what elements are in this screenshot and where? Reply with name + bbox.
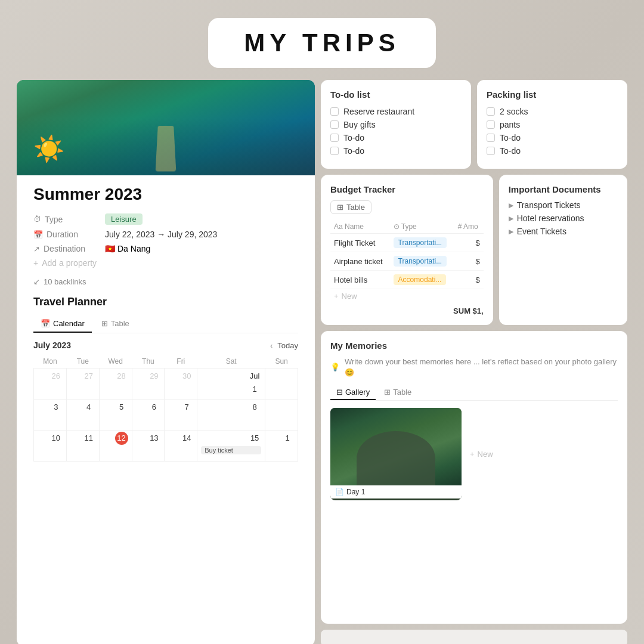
- cal-day[interactable]: 3: [34, 400, 67, 431]
- docs-title: Important Documents: [509, 184, 618, 194]
- prev-month-icon[interactable]: ‹: [270, 341, 273, 350]
- mem-tab-table[interactable]: ⊞ Table: [378, 385, 417, 400]
- tab-calendar[interactable]: 📅 Calendar: [33, 315, 92, 333]
- budget-table-tab[interactable]: ⊞ Table: [330, 200, 371, 214]
- today-button[interactable]: Today: [277, 341, 298, 350]
- duration-label: 📅 Duration: [33, 230, 105, 239]
- cal-day-event[interactable]: 15 Buy ticket: [197, 431, 265, 462]
- budget-amount-3: $: [454, 271, 484, 289]
- packing-checkbox-4[interactable]: [487, 147, 495, 155]
- destination-value: 🇻🇳 Da Nang: [105, 244, 150, 253]
- backlinks[interactable]: ↙ 10 backlinks: [33, 277, 298, 286]
- trip-body: Summer 2023 ⏱ Type Leisure 📅 Duration Ju…: [17, 175, 315, 644]
- todo-checkbox-3[interactable]: [330, 134, 339, 142]
- todo-checkbox-1[interactable]: [330, 107, 339, 116]
- type-tag-3: Accomodati...: [394, 274, 447, 285]
- add-budget-row[interactable]: + New: [330, 289, 484, 303]
- cal-day[interactable]: 27: [66, 369, 99, 400]
- table-mem-icon: ⊞: [384, 388, 391, 397]
- cal-day[interactable]: 6: [132, 400, 165, 431]
- cal-day[interactable]: 10: [34, 431, 67, 462]
- todo-title: To-do list: [330, 89, 462, 100]
- packing-item-3: To-do: [487, 133, 618, 143]
- plus-icon: +: [334, 292, 339, 301]
- doc-item-3[interactable]: ▶ Event Tickets: [509, 227, 618, 236]
- memory-photo-1[interactable]: 📄 Day 1: [330, 408, 462, 500]
- photo-image-1: [330, 408, 462, 485]
- right-top: To-do list Reserve restaurant Buy gifts …: [321, 80, 627, 169]
- memories-gallery: 📄 Day 1: [330, 408, 462, 500]
- sum-value: $1,: [473, 306, 484, 315]
- calendar-icon: 📅: [33, 230, 43, 239]
- duration-property: 📅 Duration July 22, 2023 → July 29, 2023: [33, 230, 298, 239]
- budget-row-2[interactable]: Airplane ticket Transportati... $: [330, 252, 484, 271]
- budget-type-1: Transportati...: [390, 234, 454, 252]
- cal-day[interactable]: 26: [34, 369, 67, 400]
- calendar-grid: Mon Tue Wed Thu Fri Sat Sun 26 27 28 29: [33, 355, 298, 462]
- cal-day[interactable]: 28: [99, 369, 132, 400]
- packing-checkbox-2[interactable]: [487, 120, 495, 129]
- cal-day-today[interactable]: 12: [99, 431, 132, 462]
- cal-day[interactable]: 13: [132, 431, 165, 462]
- memories-card: My Memories 💡 Write down your best memor…: [321, 331, 627, 624]
- budget-row-1[interactable]: Flight Ticket Transportati... $: [330, 234, 484, 252]
- calendar-nav: ‹ Today: [270, 341, 298, 350]
- cal-day[interactable]: 11: [66, 431, 99, 462]
- type-icon: ⊙: [394, 222, 400, 231]
- trip-title: Summer 2023: [33, 185, 298, 204]
- todo-checkbox-2[interactable]: [330, 120, 339, 129]
- cal-day[interactable]: 1: [265, 431, 298, 462]
- packing-checkbox-1[interactable]: [487, 107, 495, 116]
- packing-text-4: To-do: [500, 146, 521, 156]
- col-name: Aa Name: [330, 220, 390, 234]
- event-chip[interactable]: Buy ticket: [201, 446, 261, 454]
- trip-hero: ☀️: [17, 80, 315, 175]
- budget-row-3[interactable]: Hotel bills Accomodati... $: [330, 271, 484, 289]
- doc-item-2[interactable]: ▶ Hotel reservations: [509, 213, 618, 223]
- memories-prompt: 💡 Write down your best memories here ...…: [330, 357, 618, 378]
- budget-type-3: Accomodati...: [390, 271, 454, 289]
- right-middle: Budget Tracker ⊞ Table Aa Name ⊙ Type: [321, 175, 627, 325]
- table-tab-icon: ⊞: [101, 319, 108, 328]
- memories-title: My Memories: [330, 340, 618, 351]
- packing-text-2: pants: [500, 120, 520, 129]
- day-sun: Sun: [265, 355, 298, 369]
- cal-day[interactable]: 4: [66, 400, 99, 431]
- cal-day[interactable]: [265, 369, 298, 400]
- add-memory-button[interactable]: + New: [467, 447, 496, 461]
- todo-checkbox-4[interactable]: [330, 147, 339, 155]
- cal-day[interactable]: [265, 400, 298, 431]
- cal-day[interactable]: 29: [132, 369, 165, 400]
- packing-item-1: 2 socks: [487, 107, 618, 116]
- planner-tabs: 📅 Calendar ⊞ Table: [33, 315, 298, 333]
- cal-day[interactable]: 5: [99, 400, 132, 431]
- packing-text-1: 2 socks: [500, 107, 528, 116]
- budget-amount-2: $: [454, 252, 484, 271]
- budget-name-1: Flight Ticket: [330, 234, 390, 252]
- arrow-icon: ↗: [33, 244, 40, 253]
- mem-tab-gallery[interactable]: ⊟ Gallery: [330, 385, 376, 400]
- todo-text-4: To-do: [343, 146, 364, 156]
- calendar-row-2: 3 4 5 6 7 8: [34, 400, 298, 431]
- page-title: MY TRIPS: [244, 29, 400, 57]
- packing-checkbox-3[interactable]: [487, 134, 495, 142]
- cal-day[interactable]: 30: [165, 369, 197, 400]
- todo-item-2: Buy gifts: [330, 120, 462, 129]
- header: MY TRIPS: [0, 0, 644, 80]
- sum-label: SUM: [453, 306, 470, 315]
- type-tag[interactable]: Leisure: [105, 213, 143, 225]
- cal-day[interactable]: 14: [165, 431, 197, 462]
- calendar-tab-icon: 📅: [41, 319, 50, 328]
- add-property-button[interactable]: + Add a property: [33, 258, 298, 268]
- budget-title: Budget Tracker: [330, 184, 484, 194]
- doc-item-1[interactable]: ▶ Transport Tickets: [509, 200, 618, 210]
- packing-text-3: To-do: [500, 133, 521, 143]
- tab-table[interactable]: ⊞ Table: [94, 315, 137, 333]
- cal-day[interactable]: 8: [197, 400, 265, 431]
- cal-day[interactable]: 7: [165, 400, 197, 431]
- type-tag-2: Transportati...: [394, 256, 447, 267]
- travel-planner-title: Travel Planner: [33, 296, 298, 308]
- plus-icon: +: [33, 258, 38, 268]
- cal-day[interactable]: Jul 1: [197, 369, 265, 400]
- table-icon: ⊞: [337, 203, 343, 212]
